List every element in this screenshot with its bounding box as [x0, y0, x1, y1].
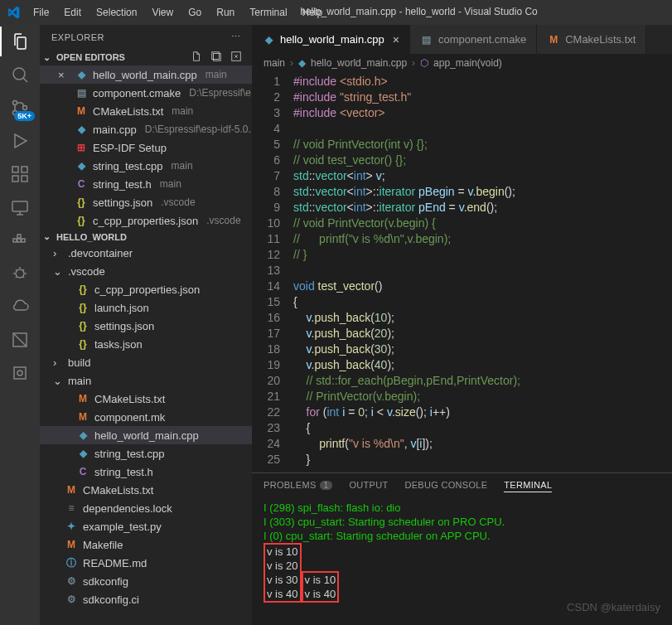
editor-area: ◆hello_world_main.cpp × ▤component.cmake…	[252, 25, 672, 625]
svg-rect-15	[14, 367, 26, 379]
chevron-right-icon: ›	[53, 356, 63, 369]
chevron-down-icon: ⌄	[43, 52, 53, 63]
open-editor-item[interactable]: × ◆ hello_world_main.cpp main	[40, 65, 252, 84]
svg-rect-10	[17, 239, 21, 242]
menu-terminal[interactable]: Terminal	[243, 3, 293, 22]
file-item[interactable]: ✦example_test.py	[40, 517, 252, 535]
layout-icon[interactable]	[10, 330, 30, 350]
code-content[interactable]: #include <stdio.h> #include "string_test…	[293, 72, 672, 472]
file-item[interactable]: {}settings.json	[40, 317, 252, 335]
svg-rect-6	[22, 176, 27, 182]
open-editor-item[interactable]: ◆ string_test.cpp main	[40, 157, 252, 175]
menu-view[interactable]: View	[145, 3, 180, 22]
file-item[interactable]: Mcomponent.mk	[40, 408, 252, 426]
menu-edit[interactable]: Edit	[57, 3, 88, 22]
new-file-icon[interactable]	[191, 51, 202, 64]
close-all-icon[interactable]	[230, 51, 242, 64]
open-editor-item[interactable]: ▤ component.cmake D:\Espressif\e...	[40, 84, 252, 102]
tab-close-icon[interactable]: ×	[393, 33, 399, 46]
svg-rect-8	[12, 201, 27, 211]
editor-tabs: ◆hello_world_main.cpp × ▤component.cmake…	[252, 25, 672, 54]
line-gutter: 1234567891011121314151617181920212223242…	[252, 72, 293, 472]
file-item[interactable]: Cstring_test.h	[40, 463, 252, 481]
source-control-icon[interactable]: 5K+	[10, 98, 30, 118]
breadcrumb[interactable]: main › ◆ hello_world_main.cpp › ⬡ app_ma…	[252, 54, 672, 72]
file-item[interactable]: ≡dependencies.lock	[40, 499, 252, 517]
file-item[interactable]: MMakefile	[40, 535, 252, 554]
code-editor[interactable]: 1234567891011121314151617181920212223242…	[252, 72, 672, 472]
file-item[interactable]: ◆hello_world_main.cpp	[40, 426, 252, 444]
close-icon[interactable]: ×	[58, 69, 70, 81]
open-editor-item[interactable]: {} settings.json .vscode	[40, 193, 252, 211]
titlebar: FileEditSelectionViewGoRunTerminalHelp h…	[0, 0, 672, 25]
svg-rect-11	[22, 239, 25, 242]
function-icon: ⬡	[420, 57, 428, 69]
sc-badge: 5K+	[14, 111, 35, 121]
open-editors-header[interactable]: ⌄ OPEN EDITORS	[40, 49, 252, 65]
open-editor-item[interactable]: M CMakeLists.txt main	[40, 102, 252, 120]
docker-icon[interactable]	[10, 230, 30, 250]
open-editor-item[interactable]: ⊞ ESP-IDF Setup	[40, 138, 252, 157]
folder-item[interactable]: › .devcontainer	[40, 244, 252, 262]
svg-rect-5	[12, 176, 18, 182]
sidebar: EXPLORER ⋯ ⌄ OPEN EDITORS × ◆ hello_worl…	[40, 25, 252, 625]
editor-tab[interactable]: MCMakeLists.txt	[537, 25, 646, 54]
chevron-right-icon: ›	[53, 247, 63, 259]
explorer-icon[interactable]	[10, 31, 30, 51]
extensions-icon[interactable]	[10, 164, 30, 184]
file-item[interactable]: ⓘREADME.md	[40, 554, 252, 572]
open-editor-item[interactable]: C string_test.h main	[40, 175, 252, 193]
panel-tab-debug-console[interactable]: DEBUG CONSOLE	[404, 478, 487, 492]
watermark: CSDN @katerdaisy	[567, 601, 660, 613]
search-icon[interactable]	[10, 65, 30, 85]
svg-rect-4	[12, 167, 18, 172]
chevron-down-icon: ⌄	[43, 231, 53, 242]
activity-bar: 5K+	[0, 25, 40, 625]
menu-run[interactable]: Run	[210, 3, 241, 22]
file-item[interactable]: {}c_cpp_properties.json	[40, 280, 252, 298]
folder-item[interactable]: › build	[40, 353, 252, 371]
file-tree: › .devcontainer ⌄ .vscode {}c_cpp_proper…	[40, 244, 252, 625]
menu-selection[interactable]: Selection	[89, 3, 143, 22]
chevron-down-icon: ⌄	[53, 375, 63, 387]
panel-tab-terminal[interactable]: TERMINAL	[504, 478, 552, 492]
sidebar-actions[interactable]: ⋯	[231, 31, 241, 42]
file-item[interactable]: ◆string_test.cpp	[40, 444, 252, 463]
editor-tab[interactable]: ◆hello_world_main.cpp ×	[252, 25, 410, 54]
file-item[interactable]: MCMakeLists.txt	[40, 481, 252, 499]
svg-rect-7	[22, 167, 27, 172]
file-item[interactable]: {}launch.json	[40, 298, 252, 317]
folder-item[interactable]: ⌄ main	[40, 371, 252, 390]
open-editor-item[interactable]: ◆ main.cpp D:\Espressif\esp-idf-5.0...	[40, 120, 252, 138]
file-item[interactable]: ⚙sdkconfig	[40, 572, 252, 590]
folder-item[interactable]: ⌄ .vscode	[40, 262, 252, 280]
editor-tab[interactable]: ▤component.cmake	[410, 25, 537, 54]
panel-tabs: PROBLEMS1OUTPUTDEBUG CONSOLETERMINAL	[252, 473, 672, 497]
run-icon[interactable]	[10, 131, 30, 151]
open-editors-list: × ◆ hello_world_main.cpp main ▤ componen…	[40, 65, 252, 230]
cpp-icon: ◆	[298, 57, 306, 69]
chevron-down-icon: ⌄	[53, 265, 63, 278]
svg-point-16	[17, 371, 22, 375]
svg-point-3	[23, 106, 27, 110]
menu-go[interactable]: Go	[181, 3, 208, 22]
menu-file[interactable]: File	[27, 3, 56, 22]
bug-icon[interactable]	[10, 264, 30, 283]
open-editor-item[interactable]: {} c_cpp_properties.json .vscode	[40, 211, 252, 230]
vscode-logo-icon	[7, 6, 20, 19]
cloud-icon[interactable]	[10, 297, 30, 317]
project-header[interactable]: ⌄ HELLO_WORLD	[40, 230, 252, 244]
menu-help[interactable]: Help	[296, 3, 330, 22]
file-item[interactable]: MCMakeLists.txt	[40, 390, 252, 408]
esp-icon[interactable]	[10, 363, 30, 383]
sidebar-header: EXPLORER ⋯	[40, 25, 252, 49]
svg-rect-12	[17, 235, 21, 238]
panel-tab-problems[interactable]: PROBLEMS1	[263, 478, 332, 492]
panel-tab-output[interactable]: OUTPUT	[349, 478, 388, 492]
save-all-icon[interactable]	[210, 51, 222, 64]
main-menu: FileEditSelectionViewGoRunTerminalHelp	[27, 3, 329, 22]
svg-rect-9	[13, 239, 17, 242]
file-item[interactable]: {}tasks.json	[40, 335, 252, 353]
file-item[interactable]: ⚙sdkconfig.ci	[40, 590, 252, 608]
remote-icon[interactable]	[10, 197, 30, 217]
